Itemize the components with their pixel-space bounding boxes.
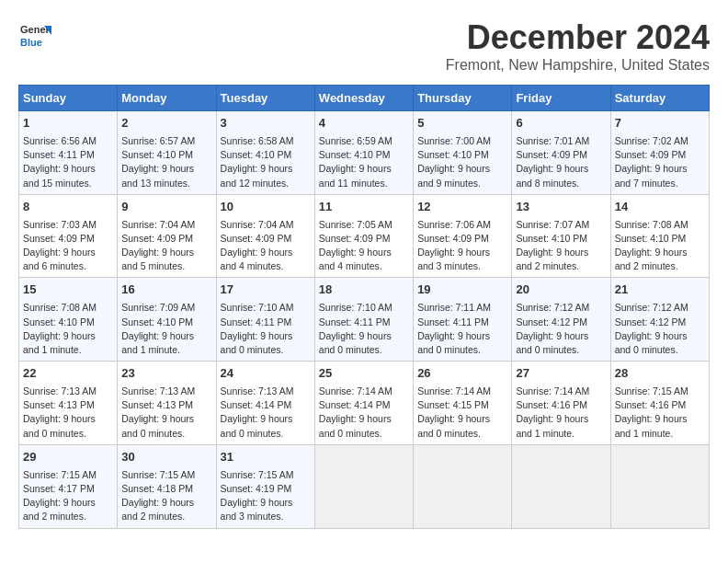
day-number: 1 [23, 115, 113, 132]
svg-text:General: General [20, 24, 51, 35]
calendar-cell: 8Sunrise: 7:03 AMSunset: 4:09 PMDaylight… [19, 194, 118, 278]
sunset-text: Sunset: 4:19 PM [221, 483, 292, 494]
calendar-cell: 13Sunrise: 7:07 AMSunset: 4:10 PMDayligh… [512, 194, 610, 278]
calendar-cell: 29Sunrise: 7:15 AMSunset: 4:17 PMDayligh… [19, 444, 118, 528]
calendar-cell: 11Sunrise: 7:05 AMSunset: 4:09 PMDayligh… [314, 194, 413, 278]
day-number: 2 [121, 115, 211, 132]
daylight-text: Daylight: 9 hours and 5 minutes. [121, 247, 194, 271]
col-header-sunday: Sunday [19, 86, 118, 111]
sunrise-text: Sunrise: 7:04 AM [221, 219, 294, 230]
day-number: 8 [23, 199, 113, 216]
calendar-cell: 2Sunrise: 6:57 AMSunset: 4:10 PMDaylight… [118, 111, 216, 195]
calendar-cell: 16Sunrise: 7:09 AMSunset: 4:10 PMDayligh… [118, 278, 216, 362]
sunrise-text: Sunrise: 7:10 AM [319, 302, 392, 313]
daylight-text: Daylight: 9 hours and 2 minutes. [121, 497, 194, 522]
sunrise-text: Sunrise: 7:08 AM [615, 219, 688, 230]
day-number: 21 [615, 282, 705, 299]
sunset-text: Sunset: 4:18 PM [121, 483, 193, 494]
calendar-cell: 17Sunrise: 7:10 AMSunset: 4:11 PMDayligh… [216, 278, 314, 362]
daylight-text: Daylight: 9 hours and 1 minute. [615, 413, 688, 438]
day-number: 31 [221, 449, 311, 466]
calendar-cell: 12Sunrise: 7:06 AMSunset: 4:09 PMDayligh… [414, 194, 512, 278]
sunrise-text: Sunrise: 7:09 AM [121, 302, 195, 313]
sunrise-text: Sunrise: 6:58 AM [221, 135, 294, 146]
sunrise-text: Sunrise: 7:14 AM [417, 385, 491, 396]
sunrise-text: Sunrise: 7:01 AM [516, 135, 589, 146]
sunset-text: Sunset: 4:10 PM [516, 233, 587, 244]
daylight-text: Daylight: 9 hours and 2 minutes. [615, 247, 688, 271]
month-title: December 2024 [446, 18, 710, 57]
day-number: 15 [23, 282, 113, 299]
calendar-cell: 4Sunrise: 6:59 AMSunset: 4:10 PMDaylight… [314, 111, 413, 195]
sunrise-text: Sunrise: 7:14 AM [516, 385, 589, 396]
location-title: Fremont, New Hampshire, United States [446, 57, 710, 74]
day-number: 14 [615, 199, 705, 216]
col-header-monday: Monday [118, 86, 216, 111]
sunrise-text: Sunrise: 7:11 AM [417, 302, 491, 313]
sunset-text: Sunset: 4:16 PM [516, 399, 587, 410]
sunrise-text: Sunrise: 7:06 AM [417, 219, 491, 230]
sunset-text: Sunset: 4:09 PM [615, 149, 687, 160]
sunrise-text: Sunrise: 7:13 AM [221, 385, 294, 396]
daylight-text: Daylight: 9 hours and 0 minutes. [516, 330, 588, 355]
sunrise-text: Sunrise: 7:08 AM [23, 302, 97, 313]
calendar-cell: 14Sunrise: 7:08 AMSunset: 4:10 PMDayligh… [610, 194, 709, 278]
calendar-cell [414, 444, 512, 528]
calendar-cell: 28Sunrise: 7:15 AMSunset: 4:16 PMDayligh… [610, 362, 709, 445]
calendar-cell: 15Sunrise: 7:08 AMSunset: 4:10 PMDayligh… [19, 278, 118, 362]
col-header-wednesday: Wednesday [314, 86, 413, 111]
calendar-week-5: 29Sunrise: 7:15 AMSunset: 4:17 PMDayligh… [19, 444, 710, 528]
daylight-text: Daylight: 9 hours and 12 minutes. [221, 163, 293, 188]
day-number: 19 [417, 282, 507, 299]
day-number: 26 [417, 365, 507, 383]
day-number: 23 [121, 365, 211, 383]
calendar-cell: 24Sunrise: 7:13 AMSunset: 4:14 PMDayligh… [216, 362, 314, 445]
sunset-text: Sunset: 4:15 PM [417, 399, 489, 410]
calendar-cell: 5Sunrise: 7:00 AMSunset: 4:10 PMDaylight… [414, 111, 512, 195]
daylight-text: Daylight: 9 hours and 4 minutes. [319, 247, 392, 271]
day-number: 10 [221, 199, 311, 216]
col-header-friday: Friday [512, 86, 610, 111]
day-number: 22 [23, 365, 113, 383]
sunrise-text: Sunrise: 7:12 AM [615, 302, 688, 313]
sunset-text: Sunset: 4:09 PM [221, 233, 292, 244]
logo: General Blue [18, 18, 51, 52]
sunset-text: Sunset: 4:12 PM [615, 316, 687, 327]
calendar-cell: 10Sunrise: 7:04 AMSunset: 4:09 PMDayligh… [216, 194, 314, 278]
sunset-text: Sunset: 4:13 PM [121, 399, 193, 410]
sunrise-text: Sunrise: 7:13 AM [23, 385, 97, 396]
sunset-text: Sunset: 4:09 PM [417, 233, 489, 244]
daylight-text: Daylight: 9 hours and 0 minutes. [221, 413, 293, 438]
daylight-text: Daylight: 9 hours and 6 minutes. [23, 247, 96, 271]
calendar-cell: 31Sunrise: 7:15 AMSunset: 4:19 PMDayligh… [216, 444, 314, 528]
day-number: 3 [221, 115, 311, 132]
daylight-text: Daylight: 9 hours and 8 minutes. [516, 163, 588, 188]
calendar-cell: 9Sunrise: 7:04 AMSunset: 4:09 PMDaylight… [118, 194, 216, 278]
calendar-cell: 26Sunrise: 7:14 AMSunset: 4:15 PMDayligh… [414, 362, 512, 445]
daylight-text: Daylight: 9 hours and 1 minute. [516, 413, 588, 438]
calendar-table: SundayMondayTuesdayWednesdayThursdayFrid… [18, 85, 710, 529]
sunset-text: Sunset: 4:10 PM [121, 149, 193, 160]
calendar-cell: 18Sunrise: 7:10 AMSunset: 4:11 PMDayligh… [314, 278, 413, 362]
daylight-text: Daylight: 9 hours and 0 minutes. [417, 330, 490, 355]
daylight-text: Daylight: 9 hours and 0 minutes. [319, 330, 392, 355]
sunrise-text: Sunrise: 7:07 AM [516, 219, 589, 230]
sunrise-text: Sunrise: 7:04 AM [121, 219, 195, 230]
sunset-text: Sunset: 4:10 PM [121, 316, 193, 327]
day-number: 25 [319, 365, 409, 383]
sunrise-text: Sunrise: 6:57 AM [121, 135, 195, 146]
calendar-cell [512, 444, 610, 528]
sunrise-text: Sunrise: 6:56 AM [23, 135, 97, 146]
sunrise-text: Sunrise: 7:14 AM [319, 385, 392, 396]
day-number: 13 [516, 199, 606, 216]
sunset-text: Sunset: 4:10 PM [615, 233, 687, 244]
sunrise-text: Sunrise: 7:05 AM [319, 219, 392, 230]
sunset-text: Sunset: 4:11 PM [23, 149, 95, 160]
day-number: 18 [319, 282, 409, 299]
calendar-cell: 23Sunrise: 7:13 AMSunset: 4:13 PMDayligh… [118, 362, 216, 445]
sunrise-text: Sunrise: 7:10 AM [221, 302, 294, 313]
sunset-text: Sunset: 4:09 PM [23, 233, 95, 244]
calendar-week-3: 15Sunrise: 7:08 AMSunset: 4:10 PMDayligh… [19, 278, 710, 362]
sunset-text: Sunset: 4:09 PM [121, 233, 193, 244]
sunset-text: Sunset: 4:17 PM [23, 483, 95, 494]
